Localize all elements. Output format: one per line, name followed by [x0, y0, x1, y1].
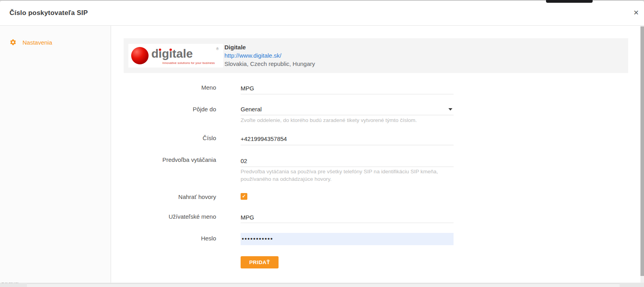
provider-name: Digitale: [224, 44, 246, 51]
gear-icon: [9, 39, 17, 46]
scrollbar-thumb[interactable]: [640, 26, 644, 276]
predvolba-label: Predvoľba vytáčania: [111, 156, 216, 163]
close-icon[interactable]: ✕: [631, 8, 641, 18]
provider-banner: digitale ® Innovative solutions for your…: [124, 38, 628, 73]
sip-provider-dialog: Číslo poskytovateľa SIP ✕ Nastavenia dig…: [0, 1, 644, 283]
password-dots: •••••••••••: [241, 233, 454, 245]
pridat-button[interactable]: PRIDAŤ: [241, 256, 279, 268]
scrollbar[interactable]: [640, 26, 644, 283]
nahrat-hovory-label: Nahrať hovory: [111, 193, 216, 200]
logo-red-dot-icon: [159, 49, 161, 51]
cislo-input[interactable]: +4219994357854: [241, 135, 287, 142]
registered-mark: ®: [216, 47, 219, 51]
digitale-logo: digitale ® Innovative solutions for your…: [128, 44, 223, 68]
input-underline: [241, 94, 454, 94]
uzivatelske-meno-input[interactable]: MPG: [241, 214, 254, 221]
sidebar: Nastavenia: [0, 26, 111, 283]
provider-countries: Slovakia, Czech republic, Hungary: [224, 60, 315, 67]
dialog-title: Číslo poskytovateľa SIP: [9, 1, 88, 25]
meno-label: Meno: [111, 84, 216, 91]
screen: Strana Číslo poskytovateľa SIP ✕ Nastave…: [0, 0, 644, 287]
sidebar-item-nastavenia[interactable]: Nastavenia: [0, 36, 111, 48]
predvolba-hint: Predvoľba vytáčania sa používa pre všetk…: [241, 168, 440, 183]
logo-sphere-icon: [131, 47, 149, 64]
input-underline: [241, 167, 454, 167]
logo-brand-text: digitale: [151, 48, 193, 60]
dialog-header: Číslo poskytovateľa SIP ✕: [0, 1, 644, 26]
input-underline: [241, 223, 454, 223]
background-page-panel: [27, 283, 620, 287]
logo-red-dot-icon: [169, 49, 172, 51]
pojde-do-select[interactable]: General: [241, 106, 262, 113]
uzivatelske-meno-label: Užívateľské meno: [111, 213, 216, 220]
sidebar-item-label: Nastavenia: [23, 39, 52, 46]
predvolba-input[interactable]: 02: [241, 158, 247, 164]
chevron-down-icon[interactable]: [448, 108, 452, 111]
pojde-do-hint: Zvoľte oddelenie, do ktorého budú zarade…: [241, 116, 454, 124]
nahrat-hovory-checkbox[interactable]: ✓: [241, 193, 247, 200]
pojde-do-label: Pôjde do: [111, 106, 216, 113]
input-underline: [241, 145, 454, 145]
cislo-label: Číslo: [111, 135, 216, 141]
top-dark-bar: [546, 0, 593, 3]
logo-tagline: Innovative solutions for your business: [162, 61, 215, 65]
meno-input[interactable]: MPG: [241, 85, 254, 92]
input-underline: [241, 115, 454, 115]
heslo-label: Heslo: [111, 235, 216, 242]
heslo-input[interactable]: •••••••••••: [241, 233, 454, 245]
provider-url-link[interactable]: http://www.digitale.sk/: [224, 52, 281, 59]
